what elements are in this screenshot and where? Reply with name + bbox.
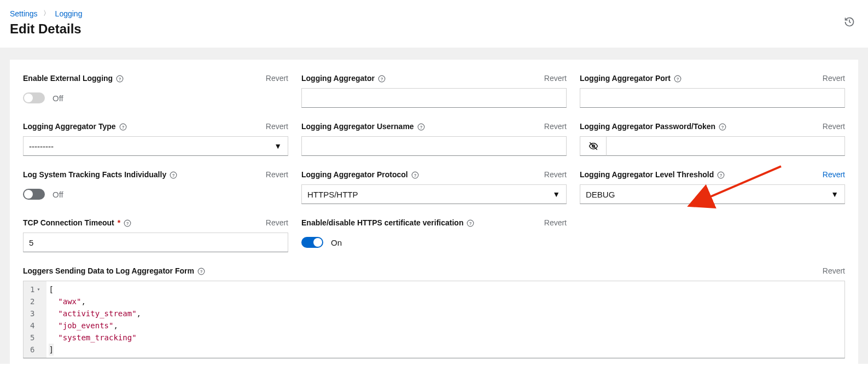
svg-text:?: ? <box>172 173 175 178</box>
revert-level[interactable]: Revert <box>823 170 845 179</box>
enable-external-state: Off <box>53 94 63 103</box>
track-facts-state: Off <box>53 190 63 199</box>
svg-text:?: ? <box>119 77 121 82</box>
history-icon[interactable] <box>844 16 855 29</box>
svg-text:?: ? <box>126 221 129 226</box>
track-facts-toggle[interactable] <box>23 189 45 200</box>
svg-text:?: ? <box>720 173 723 178</box>
enable-external-label: Enable External Logging ? <box>23 74 124 83</box>
revert-username[interactable]: Revert <box>544 122 567 131</box>
loggers-form-label: Loggers Sending Data to Log Aggregator F… <box>23 266 205 275</box>
revert-loggers-form[interactable]: Revert <box>823 266 845 275</box>
password-label: Logging Aggregator Password/Token ? <box>580 122 726 131</box>
tcp-timeout-input[interactable] <box>23 233 288 252</box>
type-label: Logging Aggregator Type ? <box>23 122 127 131</box>
protocol-select[interactable]: HTTPS/HTTP <box>301 184 567 204</box>
svg-text:?: ? <box>381 77 383 82</box>
aggregator-label: Logging Aggregator ? <box>301 74 386 83</box>
revert-aggregator[interactable]: Revert <box>544 74 567 83</box>
cert-verify-toggle[interactable] <box>301 237 323 248</box>
level-select[interactable]: DEBUG <box>580 184 845 204</box>
svg-text:?: ? <box>469 221 472 226</box>
track-facts-label: Log System Tracking Facts Individually ? <box>23 170 177 179</box>
loggers-code-editor[interactable]: 1 2 3 4 5 6 [ "awx", "activity_stream", … <box>23 281 845 358</box>
port-label: Logging Aggregator Port ? <box>580 74 681 83</box>
svg-text:?: ? <box>721 125 724 130</box>
revert-type[interactable]: Revert <box>266 122 288 131</box>
breadcrumb-logging[interactable]: Logging <box>55 9 83 18</box>
cert-verify-label: Enable/disable HTTPS certificate verific… <box>301 218 474 227</box>
eye-off-icon[interactable] <box>580 136 606 156</box>
help-icon[interactable]: ? <box>674 74 681 83</box>
page-title: Edit Details <box>10 21 858 37</box>
revert-port[interactable]: Revert <box>823 74 845 83</box>
code-gutter: 1 2 3 4 5 6 <box>24 281 39 358</box>
code-body[interactable]: [ "awx", "activity_stream", "job_events"… <box>46 281 844 358</box>
svg-text:?: ? <box>200 269 203 274</box>
help-icon[interactable]: ? <box>411 170 419 179</box>
svg-text:?: ? <box>420 125 422 130</box>
tcp-timeout-label: TCP Connection Timeout * ? <box>23 218 131 227</box>
help-icon[interactable]: ? <box>119 122 127 131</box>
cert-verify-state: On <box>331 238 342 247</box>
help-icon[interactable]: ? <box>719 122 726 131</box>
svg-text:?: ? <box>413 173 416 178</box>
aggregator-input[interactable] <box>301 88 567 108</box>
chevron-right-icon: 〉 <box>43 9 50 18</box>
help-icon[interactable]: ? <box>124 218 131 227</box>
help-icon[interactable]: ? <box>378 74 386 83</box>
protocol-label: Logging Aggregator Protocol ? <box>301 170 419 179</box>
help-icon[interactable]: ? <box>116 74 124 83</box>
revert-password[interactable]: Revert <box>823 122 845 131</box>
revert-enable-external[interactable]: Revert <box>266 74 288 83</box>
enable-external-toggle[interactable] <box>23 92 45 103</box>
help-icon[interactable]: ? <box>717 170 725 179</box>
help-icon[interactable]: ? <box>417 122 425 131</box>
revert-tcp-timeout[interactable]: Revert <box>266 218 288 227</box>
username-label: Logging Aggregator Username ? <box>301 122 425 131</box>
port-input[interactable] <box>580 88 845 108</box>
breadcrumb: Settings 〉 Logging <box>10 9 858 18</box>
help-icon[interactable]: ? <box>467 218 474 227</box>
revert-cert-verify[interactable]: Revert <box>544 218 567 227</box>
svg-text:?: ? <box>121 125 124 130</box>
password-input[interactable] <box>606 136 845 156</box>
breadcrumb-settings[interactable]: Settings <box>10 9 38 18</box>
username-input[interactable] <box>301 136 567 156</box>
level-label: Logging Aggregator Level Threshold ? <box>580 170 725 179</box>
type-select[interactable]: --------- <box>23 136 288 156</box>
revert-protocol[interactable]: Revert <box>544 170 567 179</box>
svg-text:?: ? <box>677 77 679 82</box>
help-icon[interactable]: ? <box>197 266 205 275</box>
revert-track-facts[interactable]: Revert <box>266 170 288 179</box>
help-icon[interactable]: ? <box>170 170 177 179</box>
